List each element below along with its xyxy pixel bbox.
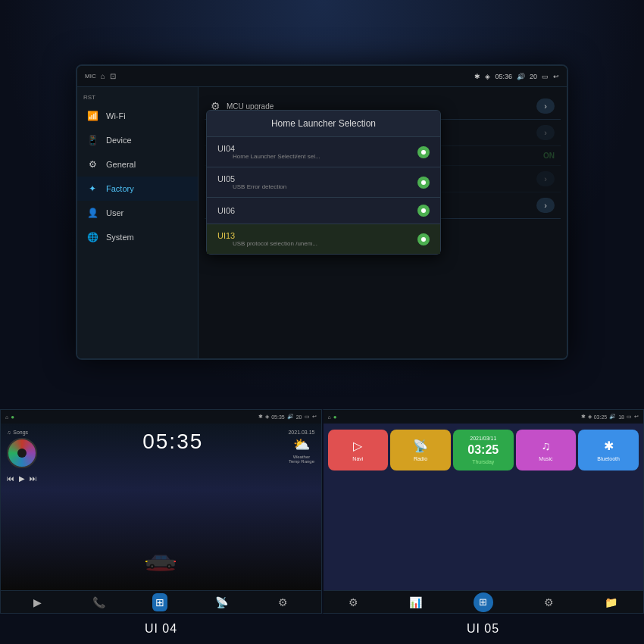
back-icon: ↩ [553, 73, 559, 80]
navi-icon: ▷ [353, 439, 362, 453]
sidebar-item-wifi[interactable]: 📶 Wi-Fi [77, 104, 198, 128]
battery-icon: ▭ [542, 73, 549, 80]
svg-rect-2 [156, 556, 161, 559]
sidebar-item-device[interactable]: 📱 Device [77, 128, 198, 152]
home-icon: ⌂ [101, 72, 105, 80]
music-controls: ⏮ ▶ ⏭ [7, 474, 37, 483]
radio-icon: 📡 [413, 439, 428, 453]
status-left: MIC ⌂ ⊡ [85, 72, 116, 80]
car-visual [142, 549, 180, 575]
ui05-settings-icon[interactable]: ⚙ [349, 596, 358, 608]
usb-on-btn[interactable]: ON [543, 152, 555, 160]
nav-settings-icon[interactable]: ⚙ [275, 593, 291, 611]
navi-label: Navi [352, 456, 363, 461]
dropdown-item-ui13[interactable]: UI13 USB protocol selection /unem... [207, 224, 440, 254]
dropdown-item-ui06[interactable]: UI06 [207, 198, 440, 224]
ui05-status-right: ✱ ◈ 03:25 🔊 18 ▭ ↩ [581, 414, 639, 420]
car-svg [142, 549, 180, 572]
ui05-label: UI05 [217, 174, 417, 183]
ui05-chart-icon[interactable]: 📊 [409, 596, 422, 608]
ui04-vol-icon: 🔊 [287, 414, 294, 420]
sidebar-item-general[interactable]: ⚙ General [77, 152, 198, 177]
settings-panel: ⚙ MCU upgrade › Home Launcher Selection … [199, 87, 567, 358]
ui05-apps: ▷ Navi 📡 Radio 2021/03/11 03:25 Thursday [324, 424, 644, 474]
export-arrow-btn[interactable]: › [536, 198, 555, 213]
ui04-status-left: ⌂ ● [5, 414, 14, 420]
ui04-clock: 05:35 [142, 430, 203, 454]
user-icon: 👤 [86, 207, 98, 219]
clock-tile[interactable]: 2021/03/11 03:25 Thursday [453, 430, 514, 470]
nav-location-icon[interactable]: ▶ [30, 593, 45, 611]
nav-home-icon[interactable]: ⊞ [152, 593, 167, 611]
ui04-bt-icon: ✱ [258, 414, 263, 420]
mic-label: MIC [85, 73, 96, 80]
ui05-house-icon: ⌂ [328, 414, 331, 420]
bottom-screens: ⌂ ● ✱ ◈ 05:35 🔊 20 ▭ ↩ ♫ [0, 409, 644, 614]
bluetooth-icon: ✱ [604, 439, 614, 453]
nav-phone-icon[interactable]: 📞 [89, 593, 108, 611]
factory-icon: ✦ [86, 183, 98, 195]
ui05-battery-icon: ▭ [627, 414, 632, 420]
volume-level: 20 [530, 73, 537, 80]
ui04-radio [417, 146, 430, 158]
clock-day: Thursday [472, 459, 494, 464]
bluetooth-tile[interactable]: ✱ Bluetooth [578, 430, 639, 470]
camera-icon: ⊡ [110, 72, 116, 80]
weather-date: 2021.03.15 [288, 430, 314, 435]
ui05-radio [417, 177, 430, 189]
sidebar-device-label: Device [106, 136, 132, 145]
clock-date: 2021/03/11 [470, 436, 496, 441]
device-icon: 📱 [86, 134, 98, 146]
ui04-back-icon: ↩ [312, 414, 317, 420]
nav-radio-icon[interactable]: 📡 [212, 593, 231, 611]
svg-rect-3 [162, 556, 167, 559]
music-note-icon: ♫ [7, 430, 11, 435]
ui05-grid-icon[interactable]: ⊞ [474, 592, 493, 612]
ui13-radio [417, 233, 430, 245]
ui04-content: ♫ Songs ⏮ ▶ ⏭ 05:35 2021.03. [1, 424, 321, 590]
mcu-arrow-btn[interactable]: › [536, 98, 555, 114]
dropdown-title: Home Launcher Selection [207, 111, 440, 137]
sidebar-system-label: System [106, 233, 134, 242]
next-btn[interactable]: ⏭ [30, 474, 37, 483]
ui04-nav: ▶ 📞 ⊞ 📡 ⚙ [1, 590, 321, 613]
main-screen: MIC ⌂ ⊡ ✱ ◈ 05:36 🔊 20 ▭ ↩ RST 📶 [76, 64, 568, 360]
ui04-music: ♫ Songs ⏮ ▶ ⏭ [7, 430, 37, 483]
navi-tile[interactable]: ▷ Navi [328, 430, 389, 470]
bluetooth-label: Bluetooth [597, 456, 620, 461]
play-btn[interactable]: ▶ [19, 474, 25, 483]
ui04-house-icon: ⌂ [5, 414, 8, 420]
ui04-status-bar: ⌂ ● ✱ ◈ 05:35 🔊 20 ▭ ↩ [1, 410, 321, 424]
ui05-folder-icon[interactable]: 📁 [605, 596, 617, 608]
music-songs-label: Songs [13, 430, 28, 435]
sidebar-item-system[interactable]: 🌐 System [77, 225, 198, 249]
sidebar-item-factory[interactable]: ✦ Factory [77, 177, 198, 201]
prev-btn[interactable]: ⏮ [7, 474, 14, 483]
ui05-sub: USB Error detection [233, 183, 417, 190]
usb-proto-arrow-btn[interactable]: › [536, 171, 555, 186]
ui05-gear-icon[interactable]: ⚙ [544, 596, 554, 608]
radio-tile[interactable]: 📡 Radio [390, 430, 451, 470]
ui04-battery-icon: ▭ [305, 414, 310, 420]
ui05-screen: ⌂ ● ✱ ◈ 03:25 🔊 18 ▭ ↩ ▷ [322, 409, 645, 614]
sidebar: RST 📶 Wi-Fi 📱 Device ⚙ General ✦ Factory [77, 87, 199, 358]
sidebar-factory-label: Factory [106, 184, 134, 193]
music-tile[interactable]: ♫ Music [516, 430, 577, 470]
clock-time: 03:25 [467, 444, 499, 456]
ui04-time: 05:35 [271, 414, 285, 420]
dropdown-item-ui05[interactable]: UI05 USB Error detection [207, 167, 440, 198]
rst-label: RST [77, 91, 198, 104]
ui05-status-bar: ⌂ ● ✱ ◈ 03:25 🔊 18 ▭ ↩ [324, 410, 644, 424]
ui05-vol-level: 18 [618, 414, 624, 420]
volume-icon: 🔊 [517, 73, 525, 80]
sidebar-item-user[interactable]: 👤 User [77, 201, 198, 225]
ui13-sub: USB protocol selection /unem... [233, 240, 417, 247]
ui05-vol-icon: 🔊 [609, 414, 616, 420]
ui05-bt-icon: ✱ [581, 414, 586, 420]
weather-icon: ⛅ [288, 436, 314, 453]
launcher-arrow-btn[interactable]: › [536, 125, 555, 140]
mcu-label: MCU upgrade [227, 102, 274, 111]
dropdown-item-ui04[interactable]: UI04 Home Launcher Selecti/ent sel... [207, 137, 440, 167]
music-label-tile: Music [539, 456, 552, 461]
ui05-dot: ● [333, 414, 337, 420]
